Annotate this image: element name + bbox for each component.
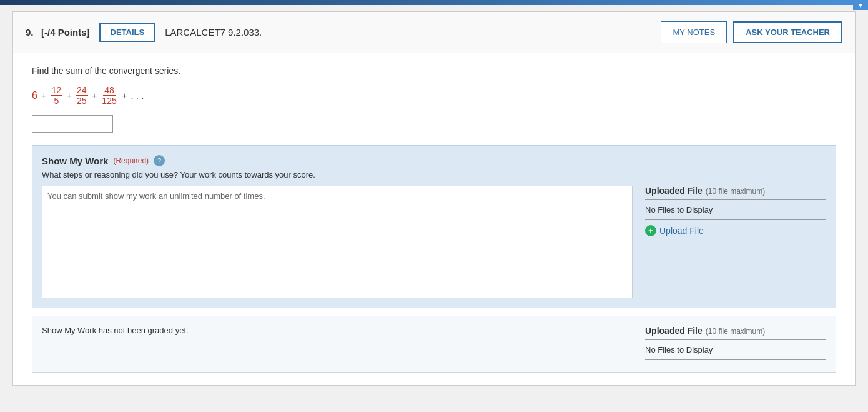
header-buttons: MY NOTES ASK YOUR TEACHER (661, 21, 842, 43)
math-plus3: + (92, 90, 97, 101)
frac2-denominator: 25 (76, 96, 88, 106)
graded-upload-divider-1 (645, 339, 826, 340)
question-code: LARCALCET7 9.2.033. (165, 27, 661, 38)
upload-plus-icon: + (645, 225, 656, 236)
question-header: 9. [-/4 Points] DETAILS LARCALCET7 9.2.0… (13, 12, 855, 53)
math-plus4: + (122, 90, 127, 101)
graded-upload-area: Uploaded File (10 file maximum) No Files… (645, 326, 826, 363)
smw-textarea[interactable]: You can submit show my work an unlimited… (42, 186, 633, 298)
graded-uploaded-file-title: Uploaded File (645, 326, 703, 336)
smw-description: What steps or reasoning did you use? You… (42, 170, 826, 179)
frac3-numerator: 48 (103, 85, 116, 96)
smw-content: You can submit show my work an unlimited… (42, 186, 826, 298)
frac2-numerator: 24 (76, 85, 88, 96)
smw-help-icon[interactable]: ? (154, 155, 165, 166)
upload-file-label: Upload File (659, 226, 704, 236)
math-term1: 6 (32, 90, 37, 101)
fraction-1: 12 5 (51, 85, 63, 106)
question-text: Find the sum of the convergent series. (32, 66, 836, 76)
upload-divider-1 (645, 199, 826, 200)
graded-upload-divider-2 (645, 359, 826, 360)
answer-input[interactable] (32, 115, 113, 133)
ask-teacher-button[interactable]: ASK YOUR TEACHER (733, 21, 842, 43)
fraction-2: 24 25 (76, 85, 88, 106)
no-files-text: No Files to Display (645, 205, 826, 214)
top-stripe: ▼ (0, 0, 868, 5)
chevron-down-icon: ▼ (857, 2, 864, 9)
frac3-denominator: 125 (101, 96, 117, 106)
upload-file-link[interactable]: + Upload File (645, 225, 826, 236)
question-number: 9. [-/4 Points] (26, 27, 90, 38)
smw-header: Show My Work (Required) ? (42, 155, 826, 166)
show-my-work-section: Show My Work (Required) ? What steps or … (32, 145, 836, 308)
main-container: 9. [-/4 Points] DETAILS LARCALCET7 9.2.0… (12, 11, 856, 386)
uploaded-file-title: Uploaded File (645, 186, 703, 196)
graded-no-files-text: No Files to Display (645, 345, 826, 354)
math-plus1: + (41, 90, 47, 101)
graded-text: Show My Work has not been graded yet. (42, 326, 633, 335)
frac1-denominator: 5 (53, 96, 61, 106)
dropdown-button[interactable]: ▼ (853, 0, 868, 10)
graded-uploaded-file-header: Uploaded File (10 file maximum) (645, 326, 826, 336)
smw-required-label: (Required) (113, 156, 149, 165)
math-expression: 6 + 12 5 + 24 25 + 48 125 + . . . (32, 85, 836, 106)
math-ellipsis: . . . (131, 90, 144, 101)
smw-title: Show My Work (42, 156, 108, 166)
graded-uploaded-file-max: (10 file maximum) (706, 327, 765, 336)
my-notes-button[interactable]: MY NOTES (661, 21, 727, 43)
smw-upload-area: Uploaded File (10 file maximum) No Files… (645, 186, 826, 298)
details-button[interactable]: DETAILS (99, 23, 156, 42)
upload-divider-2 (645, 219, 826, 220)
math-plus2: + (66, 90, 72, 101)
frac1-numerator: 12 (51, 85, 63, 96)
question-body: Find the sum of the convergent series. 6… (13, 53, 855, 385)
graded-section: Show My Work has not been graded yet. Up… (32, 316, 836, 373)
uploaded-file-header: Uploaded File (10 file maximum) (645, 186, 826, 196)
uploaded-file-max: (10 file maximum) (706, 187, 765, 196)
fraction-3: 48 125 (101, 85, 117, 106)
graded-left: Show My Work has not been graded yet. (42, 326, 633, 363)
